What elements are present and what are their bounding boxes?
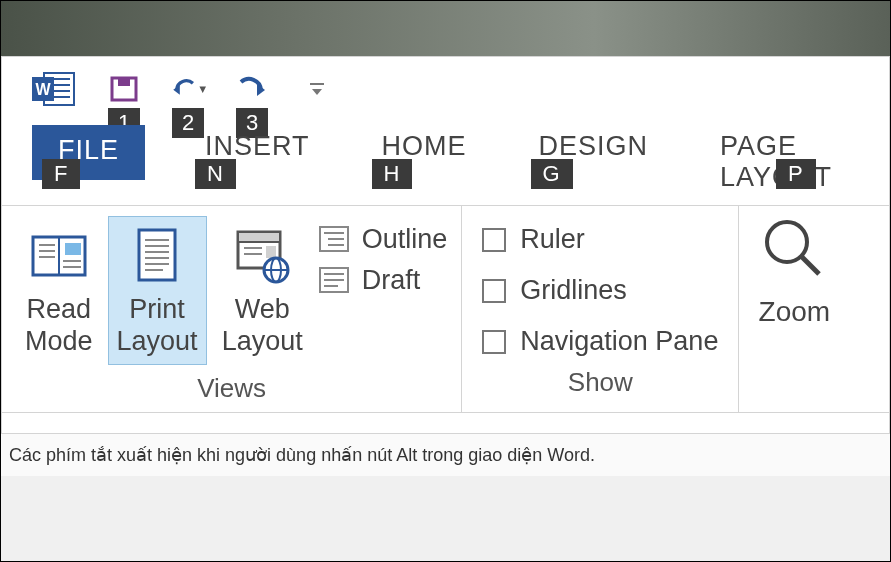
tab-file[interactable]: FILE F <box>32 125 145 180</box>
redo-icon <box>234 74 270 104</box>
qat-redo-button[interactable]: 3 <box>234 74 270 104</box>
key-tip: P <box>776 159 816 189</box>
customize-qat-button[interactable] <box>308 80 326 98</box>
button-label: ReadMode <box>25 293 93 358</box>
svg-rect-30 <box>238 232 280 242</box>
key-tip: N <box>195 159 236 189</box>
word-window: W 1 2 3 FILE F <box>1 56 890 434</box>
quick-access-toolbar: W 1 2 3 <box>2 57 889 115</box>
tab-label: INSERT <box>205 131 310 161</box>
key-tip: H <box>372 159 413 189</box>
svg-rect-8 <box>118 78 130 86</box>
draft-button[interactable]: Draft <box>318 265 448 296</box>
tab-label: DESIGN <box>539 131 649 161</box>
checkbox-label: Ruler <box>520 224 585 255</box>
qat-save-button[interactable]: 1 <box>106 74 142 104</box>
ribbon-body: ReadMode PrintLayout WebLayout <box>2 205 889 413</box>
web-layout-icon <box>230 223 294 287</box>
ruler-checkbox[interactable]: Ruler <box>482 222 585 257</box>
group-label: Show <box>568 367 633 398</box>
button-label: WebLayout <box>222 293 303 358</box>
zoom-icon <box>757 212 831 286</box>
button-label: Outline <box>362 224 448 255</box>
tab-design[interactable]: DESIGN G <box>527 125 661 174</box>
svg-line-46 <box>801 256 819 274</box>
web-layout-button[interactable]: WebLayout <box>213 216 312 365</box>
print-layout-icon <box>125 223 189 287</box>
svg-marker-13 <box>312 89 322 95</box>
tab-insert[interactable]: INSERT N <box>193 125 322 174</box>
undo-icon <box>170 74 206 104</box>
tab-home[interactable]: HOME H <box>370 125 479 174</box>
desktop-backdrop <box>1 1 890 56</box>
checkbox-icon <box>482 279 506 303</box>
svg-rect-19 <box>65 243 81 255</box>
button-label: Draft <box>362 265 421 296</box>
group-show: Ruler Gridlines Navigation Pane Show <box>462 206 739 412</box>
svg-rect-22 <box>139 230 175 280</box>
figure-caption: Các phím tắt xuất hiện khi người dùng nh… <box>1 434 890 476</box>
checkbox-label: Navigation Pane <box>520 326 718 357</box>
svg-rect-33 <box>266 246 276 258</box>
read-mode-icon <box>27 223 91 287</box>
checkbox-icon <box>482 228 506 252</box>
key-tip: G <box>531 159 573 189</box>
outline-button[interactable]: Outline <box>318 224 448 255</box>
svg-text:W: W <box>35 81 51 98</box>
tab-page-layout[interactable]: PAGE LAYOUT P <box>708 125 889 205</box>
word-logo-icon: W <box>30 69 78 109</box>
gridlines-checkbox[interactable]: Gridlines <box>482 273 627 308</box>
checkbox-icon <box>482 330 506 354</box>
checkbox-label: Gridlines <box>520 275 627 306</box>
zoom-button[interactable]: Zoom <box>739 206 835 412</box>
save-icon <box>106 74 142 104</box>
read-mode-button[interactable]: ReadMode <box>16 216 102 365</box>
print-layout-button[interactable]: PrintLayout <box>108 216 207 365</box>
ribbon-tabs: FILE F INSERT N HOME H DESIGN G PAGE LAY… <box>2 115 889 205</box>
key-tip: F <box>42 159 80 189</box>
draft-icon <box>318 266 352 296</box>
document-area <box>2 413 889 433</box>
svg-marker-10 <box>199 87 206 94</box>
tab-label: HOME <box>382 131 467 161</box>
group-label: Views <box>197 373 266 404</box>
qat-undo-button[interactable]: 2 <box>170 74 206 104</box>
navigation-pane-checkbox[interactable]: Navigation Pane <box>482 324 718 359</box>
button-label: Zoom <box>759 296 831 328</box>
button-label: PrintLayout <box>117 293 198 358</box>
outline-icon <box>318 225 352 255</box>
group-views: ReadMode PrintLayout WebLayout <box>2 206 462 412</box>
